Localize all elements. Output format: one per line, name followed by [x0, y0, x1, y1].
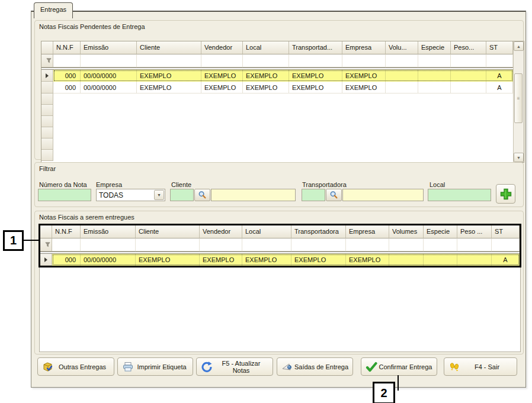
filter-cell[interactable] [457, 238, 492, 252]
cell-vendedor[interactable]: EXEMPLO [201, 70, 243, 82]
column-header-peso[interactable]: Peso... [451, 41, 486, 54]
filter-cell[interactable] [52, 238, 81, 252]
cell-st[interactable]: A [486, 70, 513, 82]
f5-atualizar-notas-button[interactable]: F5 - Atualizar Notas [196, 357, 273, 376]
cell-volumes[interactable] [386, 70, 418, 82]
cell-transportadora[interactable]: EXEMPLO [291, 254, 346, 266]
cell-st[interactable]: A [486, 82, 513, 94]
tab-entregas[interactable]: Entregas [34, 2, 73, 18]
column-header-emissao[interactable]: Emissão [81, 41, 137, 54]
cell-local[interactable]: EXEMPLO [242, 254, 291, 266]
cell-volumes[interactable] [389, 254, 424, 266]
cell-vendedor[interactable]: EXEMPLO [200, 254, 242, 266]
filter-cell[interactable] [242, 238, 291, 252]
outras-entregas-button[interactable]: Outras Entregas [37, 357, 114, 376]
cliente-name-input[interactable] [211, 189, 296, 201]
column-header-volumes[interactable]: Volu... [386, 41, 418, 54]
cell-empresa[interactable]: EXEMPLO [342, 82, 386, 94]
cell-nnf[interactable]: 000 [53, 82, 81, 94]
cell-empresa[interactable]: EXEMPLO [346, 254, 389, 266]
row-selector[interactable] [41, 82, 53, 94]
cell-especie[interactable] [418, 70, 451, 82]
column-header-volumes[interactable]: Volumes [389, 225, 424, 238]
row-selector[interactable] [41, 70, 53, 82]
cell-emissao[interactable]: 00/00/0000 [81, 254, 136, 266]
scroll-down-icon[interactable]: ▼ [514, 153, 524, 162]
filter-cell[interactable] [53, 54, 81, 67]
column-header-emissao[interactable]: Emissão [81, 225, 136, 238]
transportadora-search-button[interactable] [326, 189, 342, 201]
column-header-vendedor[interactable]: Vendedor [200, 225, 242, 238]
scroll-up-icon[interactable]: ▲ [514, 41, 524, 51]
filter-cell[interactable] [81, 54, 137, 67]
filter-cell[interactable] [200, 238, 242, 252]
filter-cell[interactable] [342, 54, 386, 67]
cell-local[interactable]: EXEMPLO [243, 70, 289, 82]
filter-cell[interactable] [346, 238, 389, 252]
column-header-cliente[interactable]: Cliente [137, 41, 201, 54]
column-header-empresa[interactable]: Empresa [342, 41, 386, 54]
column-header-local[interactable]: Local [243, 41, 289, 54]
column-header-empresa[interactable]: Empresa [346, 225, 389, 238]
cell-peso[interactable] [457, 254, 492, 266]
filter-cell[interactable] [418, 54, 451, 67]
local-input[interactable] [428, 189, 491, 201]
column-header-especie[interactable]: Especie [418, 41, 451, 54]
cell-especie[interactable] [424, 254, 457, 266]
vertical-scrollbar[interactable]: ▲ ≡ ▼ [513, 41, 524, 162]
column-header-cliente[interactable]: Cliente [136, 225, 200, 238]
filter-cell[interactable] [389, 238, 424, 252]
column-header-vendedor[interactable]: Vendedor [201, 41, 243, 54]
filter-cell[interactable] [486, 54, 513, 67]
transportadora-code-input[interactable] [302, 189, 325, 201]
filter-cell[interactable] [451, 54, 486, 67]
column-header-transportadora[interactable]: Transportadora [291, 225, 346, 238]
cell-nnf[interactable]: 000 [52, 254, 81, 266]
column-header-transportadora[interactable]: Transportad... [289, 41, 342, 54]
scrollbar-thumb[interactable]: ≡ [514, 73, 523, 123]
filter-cell[interactable] [386, 54, 418, 67]
filter-cell[interactable] [291, 238, 346, 252]
cell-nnf[interactable]: 000 [53, 70, 81, 82]
cell-cliente[interactable]: EXEMPLO [136, 254, 200, 266]
column-header-nnf[interactable]: N.N.F [53, 41, 81, 54]
cell-empresa[interactable]: EXEMPLO [342, 70, 386, 82]
filter-cell[interactable] [289, 54, 342, 67]
cell-peso[interactable] [451, 70, 486, 82]
column-header-especie[interactable]: Especie [424, 225, 457, 238]
table-row[interactable]: 000 00/00/0000 EXEMPLO EXEMPLO EXEMPLO E… [41, 82, 513, 94]
cell-cliente[interactable]: EXEMPLO [137, 70, 201, 82]
cell-local[interactable]: EXEMPLO [243, 82, 289, 94]
cell-emissao[interactable]: 00/00/0000 [81, 82, 137, 94]
f4-sair-button[interactable]: F4 - Sair [444, 357, 517, 376]
imprimir-etiqueta-button[interactable]: Imprimir Etiqueta [117, 357, 193, 376]
transportadora-name-input[interactable] [342, 189, 424, 201]
row-selector[interactable] [40, 254, 52, 266]
chevron-down-icon[interactable]: ▼ [154, 190, 164, 200]
cell-emissao[interactable]: 00/00/0000 [81, 70, 137, 82]
filter-cell[interactable] [201, 54, 243, 67]
cliente-code-input[interactable] [170, 189, 194, 201]
filter-cell[interactable] [136, 238, 200, 252]
cell-cliente[interactable]: EXEMPLO [137, 82, 201, 94]
filter-cell[interactable] [81, 238, 136, 252]
filter-cell[interactable] [137, 54, 201, 67]
filter-cell[interactable] [243, 54, 289, 67]
column-header-st[interactable]: ST [492, 225, 520, 238]
cell-volumes[interactable] [386, 82, 418, 94]
cliente-search-button[interactable] [194, 189, 210, 201]
cell-transportadora[interactable]: EXEMPLO [289, 82, 342, 94]
saidas-de-entrega-button[interactable]: Saídas de Entrega [277, 357, 353, 376]
column-header-local[interactable]: Local [242, 225, 291, 238]
cell-peso[interactable] [451, 82, 486, 94]
column-header-peso[interactable]: Peso ... [457, 225, 492, 238]
cell-transportadora[interactable]: EXEMPLO [289, 70, 342, 82]
cell-st[interactable]: A [492, 254, 520, 266]
add-filter-button[interactable] [496, 184, 515, 204]
filter-cell[interactable] [424, 238, 457, 252]
table-row[interactable]: 000 00/00/0000 EXEMPLO EXEMPLO EXEMPLO E… [40, 254, 520, 266]
confirmar-entrega-button[interactable]: Confirmar Entrega [361, 357, 437, 376]
table-row[interactable]: 000 00/00/0000 EXEMPLO EXEMPLO EXEMPLO E… [41, 70, 513, 82]
cell-vendedor[interactable]: EXEMPLO [201, 82, 243, 94]
cell-especie[interactable] [418, 82, 451, 94]
